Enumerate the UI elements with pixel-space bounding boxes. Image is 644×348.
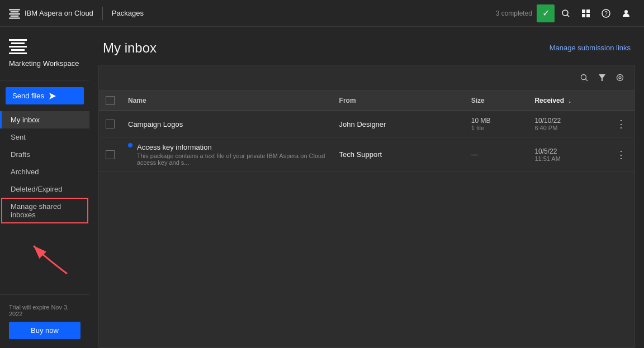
grid-icon: [581, 9, 590, 18]
search-button[interactable]: [557, 4, 575, 22]
row-2-name-cell: Access key information This package cont…: [121, 137, 333, 172]
svg-rect-16: [9, 46, 27, 47]
sidebar-item-sent[interactable]: Sent: [0, 128, 89, 146]
send-files-button[interactable]: Send files: [6, 87, 84, 104]
row-2-checkbox-cell: [99, 137, 121, 172]
svg-rect-7: [582, 9, 585, 13]
row-2-actions-cell: ⋮: [608, 137, 634, 172]
search-toolbar-icon: [580, 74, 588, 82]
row-1-size-value: 10 MB: [471, 117, 522, 125]
search-toolbar-button[interactable]: [576, 70, 592, 85]
completed-check-button[interactable]: ✓: [537, 4, 555, 22]
row-1-package-name: Campaign Logos: [128, 120, 183, 128]
sidebar-item-drafts[interactable]: Drafts: [0, 146, 89, 163]
svg-marker-23: [599, 74, 605, 81]
actions-column-header: [608, 90, 634, 111]
sidebar-nav: My inbox Sent Drafts Archived Deleted/Ex…: [0, 111, 89, 294]
svg-rect-4: [9, 17, 20, 18]
topbar-nav-packages[interactable]: Packages: [112, 9, 144, 17]
row-2-size-cell: —: [465, 137, 528, 172]
sidebar: Marketing Workspace Send files My inbox …: [0, 27, 89, 348]
sidebar-logo-area: Marketing Workspace: [0, 27, 89, 80]
row-1-received-cell: 10/10/22 6:40 PM: [528, 111, 608, 137]
row-checkbox-cell: [99, 111, 121, 137]
app-layout: Marketing Workspace Send files My inbox …: [0, 27, 644, 348]
row-2-received-cell: 10/5/22 11:51 AM: [528, 137, 608, 172]
sidebar-item-manage-shared-label: Manage shared inboxes: [11, 202, 61, 219]
row-1-overflow-button[interactable]: ⋮: [614, 117, 628, 131]
svg-rect-15: [11, 42, 25, 44]
sidebar-item-deleted-expired[interactable]: Deleted/Expired: [0, 180, 89, 198]
svg-rect-14: [9, 39, 27, 41]
sidebar-item-my-inbox[interactable]: My inbox: [0, 111, 89, 128]
size-column-header: Size: [465, 90, 528, 111]
sidebar-item-archived-label: Archived: [11, 168, 39, 176]
row-2-package-desc: This package contains a text file of you…: [137, 152, 326, 166]
svg-marker-19: [49, 93, 56, 99]
row-1-name-cell: Campaign Logos: [121, 111, 333, 137]
row-1-size-cell: 10 MB 1 file: [465, 111, 528, 137]
svg-point-21: [581, 75, 586, 80]
select-all-header: [99, 90, 121, 111]
table-toolbar: [99, 65, 634, 90]
received-column-header[interactable]: Received ↓: [528, 90, 608, 111]
completed-label: 3 completed: [496, 9, 532, 17]
table-row[interactable]: Campaign Logos John Designer 10 MB 1 fil…: [99, 111, 634, 137]
send-files-label: Send files: [12, 92, 44, 100]
inbox-table-container: Name From Size Received ↓: [98, 65, 635, 348]
svg-rect-9: [582, 14, 585, 17]
manage-submission-links[interactable]: Manage submission links: [550, 44, 631, 52]
sidebar-item-deleted-expired-label: Deleted/Expired: [11, 185, 63, 193]
row-2-received-date: 10/5/22: [534, 147, 601, 155]
row-2-from-cell: Tech Support: [333, 137, 465, 172]
topbar-divider: [102, 7, 103, 20]
svg-rect-0: [9, 9, 20, 10]
brand-area: IBM Aspera on Cloud: [9, 8, 93, 19]
table-body: Campaign Logos John Designer 10 MB 1 fil…: [99, 111, 634, 172]
settings-toolbar-button[interactable]: [612, 70, 628, 85]
workspace-name: Marketing Workspace: [9, 59, 80, 69]
svg-point-25: [617, 75, 623, 81]
user-button[interactable]: [617, 4, 635, 22]
select-all-checkbox[interactable]: [106, 96, 115, 105]
filter-toolbar-button[interactable]: [594, 70, 610, 85]
main-header: My inbox Manage submission links: [89, 27, 644, 65]
topbar: IBM Aspera on Cloud Packages 3 completed…: [0, 0, 644, 27]
topbar-right: 3 completed ✓ ?: [496, 4, 635, 22]
page-title: My inbox: [103, 40, 157, 56]
sidebar-bottom: Trial will expire Nov 3, 2022 Buy now: [0, 294, 89, 348]
brand-name: IBM Aspera on Cloud: [25, 9, 93, 17]
user-icon: [622, 9, 631, 18]
settings-icon: [616, 74, 624, 82]
main-content: My inbox Manage submission links: [89, 27, 644, 348]
row-1-file-count: 1 file: [471, 125, 522, 131]
sort-icon: ↓: [568, 97, 571, 104]
sidebar-item-manage-shared-inboxes[interactable]: Manage shared inboxes: [1, 198, 88, 223]
inbox-table: Name From Size Received ↓: [99, 90, 634, 172]
send-icon: [49, 92, 56, 100]
row-2-checkbox[interactable]: [106, 150, 115, 159]
svg-rect-2: [9, 13, 20, 15]
ibm-logo-icon: [9, 8, 20, 19]
sidebar-item-archived[interactable]: Archived: [0, 163, 89, 180]
filter-icon: [598, 74, 606, 82]
help-button[interactable]: ?: [597, 4, 615, 22]
svg-rect-1: [11, 11, 19, 12]
table-header-row: Name From Size Received ↓: [99, 90, 634, 111]
unread-indicator: [128, 143, 132, 147]
help-icon: ?: [602, 9, 610, 18]
svg-line-6: [567, 15, 570, 17]
buy-now-button[interactable]: Buy now: [9, 322, 80, 339]
svg-rect-8: [586, 9, 590, 13]
sidebar-item-my-inbox-label: My inbox: [11, 116, 40, 124]
svg-text:?: ?: [604, 11, 608, 17]
row-1-checkbox[interactable]: [106, 120, 115, 128]
row-2-overflow-button[interactable]: ⋮: [614, 148, 628, 161]
table-row[interactable]: Access key information This package cont…: [99, 137, 634, 172]
svg-rect-18: [9, 53, 27, 54]
trial-expiry-text: Trial will expire Nov 3, 2022: [9, 304, 80, 317]
svg-rect-3: [11, 15, 19, 16]
row-2-name-content: Access key information This package cont…: [137, 143, 326, 166]
grid-button[interactable]: [577, 4, 595, 22]
name-column-header: Name: [121, 90, 333, 111]
